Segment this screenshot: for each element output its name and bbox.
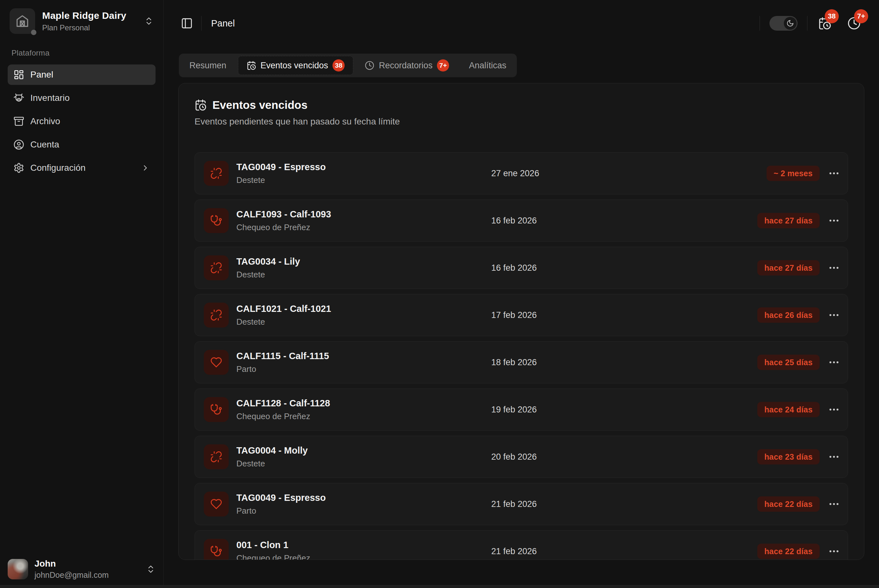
event-name: CALF1115 - Calf-1115	[236, 351, 329, 362]
ellipsis-icon	[828, 262, 840, 274]
stethoscope-icon	[210, 404, 222, 416]
bottom-strip	[0, 585, 879, 588]
org-status-dot	[31, 30, 36, 35]
panel-left-icon	[181, 17, 193, 29]
event-type-icon-tile	[204, 539, 229, 560]
tab-resumen[interactable]: Resumen	[181, 56, 235, 75]
event-type: Chequeo de Preñez	[236, 411, 330, 422]
card-title: Eventos vencidos	[212, 99, 308, 111]
ellipsis-icon	[828, 167, 840, 179]
event-row[interactable]: CALF1021 - Calf-1021 Destete 17 feb 2026…	[194, 294, 848, 336]
row-menu-button[interactable]	[828, 309, 840, 321]
app-root: Maple Ridge Dairy Plan Personal Platafor…	[0, 0, 879, 588]
event-type-icon-tile	[204, 255, 229, 280]
event-date: 17 feb 2026	[491, 310, 537, 320]
event-list: TAG0049 - Espresso Destete 27 ene 2026 ~…	[194, 152, 848, 560]
ellipsis-icon	[828, 404, 840, 416]
event-row[interactable]: CALF1128 - Calf-1128 Chequeo de Preñez 1…	[194, 388, 848, 430]
sidebar-item-configuracion[interactable]: Configuración	[8, 158, 156, 178]
sidebar-item-panel[interactable]: Panel	[8, 64, 156, 85]
sidebar-toggle-button[interactable]	[181, 17, 193, 29]
event-row[interactable]: TAG0049 - Espresso Parto 21 feb 2026 hac…	[194, 483, 848, 525]
row-menu-button[interactable]	[828, 214, 840, 226]
sidebar-section-label: Plataforma	[12, 48, 156, 57]
overdue-badge: hace 27 días	[757, 213, 820, 228]
overdue-badge: hace 25 días	[757, 355, 820, 370]
event-type: Destete	[236, 175, 326, 185]
event-name: CALF1093 - Calf-1093	[236, 209, 331, 220]
event-name: CALF1128 - Calf-1128	[236, 398, 330, 409]
event-type: Destete	[236, 270, 300, 280]
row-menu-button[interactable]	[828, 167, 840, 179]
row-menu-button[interactable]	[828, 545, 840, 557]
ellipsis-icon	[828, 214, 840, 226]
ellipsis-icon	[828, 309, 840, 321]
row-menu-button[interactable]	[828, 404, 840, 416]
sidebar-item-cuenta[interactable]: Cuenta	[8, 134, 156, 155]
event-type: Chequeo de Preñez	[236, 222, 331, 232]
user-circle-icon	[14, 139, 24, 150]
row-menu-button[interactable]	[828, 356, 840, 368]
event-type: Parto	[236, 364, 329, 374]
event-date: 16 feb 2026	[491, 263, 537, 273]
tab-count-badge: 38	[332, 59, 345, 72]
cow-icon	[14, 93, 24, 104]
ellipsis-icon	[828, 545, 840, 557]
event-name: TAG0049 - Espresso	[236, 492, 326, 503]
overdue-badge: hace 24 días	[757, 402, 820, 417]
ellipsis-icon	[828, 356, 840, 368]
unlink-icon	[210, 309, 222, 321]
event-date: 18 feb 2026	[491, 357, 537, 368]
theme-toggle-knob	[784, 17, 796, 30]
gear-icon	[14, 162, 24, 173]
event-date: 27 ene 2026	[491, 168, 539, 178]
event-date: 16 feb 2026	[491, 216, 537, 226]
topbar-divider	[201, 16, 201, 31]
user-menu[interactable]: John johnDoe@gmail.com	[8, 559, 156, 580]
event-date: 21 feb 2026	[491, 499, 537, 509]
event-row[interactable]: CALF1115 - Calf-1115 Parto 18 feb 2026 h…	[194, 341, 848, 383]
calendar-clock-icon	[246, 61, 256, 70]
overdue-badge: hace 23 días	[757, 449, 820, 465]
tab-count-badge: 7+	[437, 59, 449, 72]
event-name: CALF1021 - Calf-1021	[236, 304, 331, 314]
sidebar-item-inventario[interactable]: Inventario	[8, 88, 156, 108]
event-type: Destete	[236, 459, 308, 469]
unlink-icon	[210, 167, 222, 179]
tab-recordatorios[interactable]: Recordatorios 7+	[356, 56, 457, 75]
row-menu-button[interactable]	[828, 262, 840, 274]
event-row[interactable]: CALF1093 - Calf-1093 Chequeo de Preñez 1…	[194, 200, 848, 242]
stethoscope-icon	[210, 214, 222, 226]
event-row[interactable]: TAG0034 - Lily Destete 16 feb 2026 hace …	[194, 247, 848, 289]
calendar-clock-icon	[194, 99, 207, 111]
event-row[interactable]: TAG0004 - Molly Destete 20 feb 2026 hace…	[194, 436, 848, 478]
topbar-actions: 38 7+	[760, 16, 862, 31]
event-type-icon-tile	[204, 397, 229, 422]
event-row[interactable]: TAG0049 - Espresso Destete 27 ene 2026 ~…	[194, 152, 848, 194]
event-name: 001 - Clon 1	[236, 540, 310, 550]
org-plan: Plan Personal	[42, 23, 126, 32]
chevron-right-icon	[141, 164, 150, 172]
reminders-count-badge: 7+	[854, 9, 868, 23]
overdue-badge: hace 22 días	[757, 544, 820, 559]
sidebar-item-archivo[interactable]: Archivo	[8, 111, 156, 132]
org-switcher[interactable]: Maple Ridge Dairy Plan Personal	[8, 7, 156, 35]
sidebar: Maple Ridge Dairy Plan Personal Platafor…	[0, 0, 164, 588]
event-type: Chequeo de Preñez	[236, 553, 310, 560]
row-menu-button[interactable]	[828, 498, 840, 510]
row-menu-button[interactable]	[828, 451, 840, 463]
heart-icon	[210, 498, 222, 510]
card-header: Eventos vencidos	[194, 98, 848, 112]
event-type-icon-tile	[204, 350, 229, 375]
overdue-badge: ~ 2 meses	[766, 166, 820, 181]
tab-analiticas[interactable]: Analíticas	[461, 56, 515, 75]
ellipsis-icon	[828, 498, 840, 510]
overdue-badge: hace 26 días	[757, 308, 820, 323]
theme-toggle[interactable]	[769, 16, 798, 31]
reminders-button[interactable]: 7+	[846, 16, 862, 31]
tab-eventos-vencidos[interactable]: Eventos vencidos 38	[238, 56, 353, 75]
overdue-events-button[interactable]: 38	[817, 16, 832, 31]
event-date: 19 feb 2026	[491, 405, 537, 415]
event-date: 21 feb 2026	[491, 546, 537, 556]
event-row[interactable]: 001 - Clon 1 Chequeo de Preñez 21 feb 20…	[194, 530, 848, 560]
